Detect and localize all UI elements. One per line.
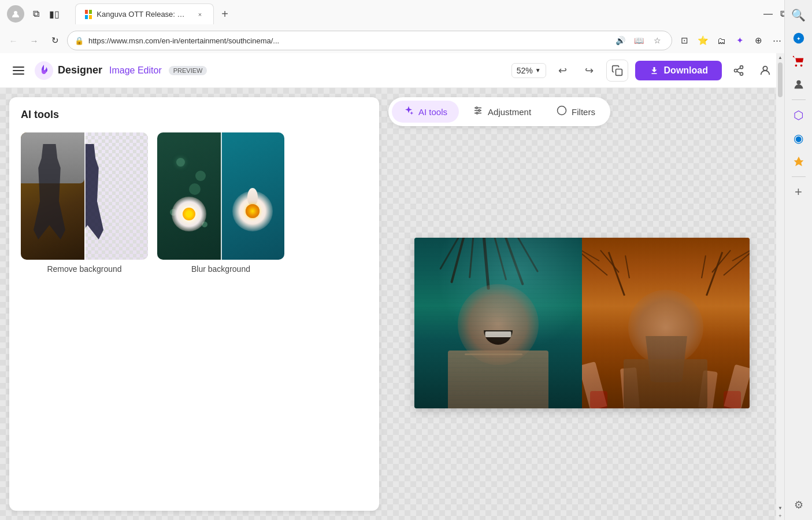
- download-button[interactable]: Download: [635, 61, 722, 80]
- active-tab[interactable]: Kanguva OTT Release: Where An... ×: [75, 3, 214, 24]
- remove-background-label: Remove background: [47, 264, 121, 274]
- svg-point-18: [558, 106, 566, 115]
- share-button[interactable]: [729, 61, 748, 80]
- profile-toolbar-icon[interactable]: ⊕: [750, 32, 767, 49]
- right-panel: AI tools Adjustment: [379, 88, 784, 520]
- filters-tab-icon: [557, 105, 567, 118]
- address-bar-icons: 🔊 📖 ☆: [613, 33, 665, 48]
- svg-point-8: [740, 72, 743, 75]
- tool-cards: Remove background: [21, 132, 368, 274]
- back-button[interactable]: ←: [5, 32, 22, 49]
- hamburger-line-2: [13, 70, 24, 71]
- browser-tab-bar: Kanguva OTT Release: Where An... × +: [71, 3, 238, 24]
- tab-ai-tools[interactable]: AI tools: [392, 101, 459, 123]
- copy-button[interactable]: [606, 60, 628, 82]
- tab-adjustment[interactable]: Adjustment: [461, 101, 543, 123]
- refresh-button[interactable]: ↻: [46, 32, 64, 49]
- image-editor-label: Image Editor: [109, 65, 162, 76]
- hamburger-line-1: [13, 67, 24, 68]
- sidebar-toggle-button[interactable]: ▮▯: [47, 7, 61, 21]
- browser-toolbar: ⊡ ⭐ 🗂 ✦ ⊕ ⋯: [676, 32, 785, 49]
- copilot-toolbar-icon[interactable]: ✦: [731, 32, 748, 49]
- sidebar-drop-icon[interactable]: [788, 151, 809, 172]
- sidebar-divider-1: [792, 99, 806, 100]
- adjustment-tab-icon: [473, 105, 483, 118]
- preview-badge: PREVIEW: [169, 66, 207, 75]
- hamburger-line-3: [13, 73, 24, 75]
- read-aloud-icon[interactable]: 🔊: [613, 33, 628, 48]
- address-bar-row: ← → ↻ 🔒 https://www.msn.com/en-in/entert…: [0, 28, 812, 53]
- svg-line-10: [737, 68, 740, 69]
- tabs-bar: AI tools Adjustment: [388, 97, 610, 126]
- ai-tools-tab-icon: [403, 105, 414, 118]
- scroll-thumb[interactable]: [778, 62, 783, 97]
- sidebar-search-icon[interactable]: 🔍: [788, 5, 809, 25]
- designer-header: Designer Image Editor PREVIEW 52% ▼ ↩ ↪: [0, 53, 784, 88]
- menu-button[interactable]: [9, 61, 28, 80]
- split-screen-icon[interactable]: ⊡: [676, 32, 693, 49]
- blur-background-label: Blur background: [191, 264, 250, 274]
- main-content: AI tools: [0, 88, 784, 520]
- sidebar-divider-2: [792, 176, 806, 177]
- tab-manager-button[interactable]: ⧉: [29, 7, 43, 21]
- redo-button[interactable]: ↪: [580, 61, 599, 80]
- sidebar-copilot-icon[interactable]: ✦: [788, 28, 809, 49]
- designer-brand-label: Designer: [58, 64, 102, 76]
- collections-icon[interactable]: 🗂: [713, 32, 730, 49]
- blur-background-card[interactable]: Blur background: [157, 132, 284, 274]
- profile-avatar[interactable]: [7, 5, 24, 23]
- user-profile-button[interactable]: [755, 61, 775, 80]
- sidebar-outlook-icon[interactable]: ◉: [788, 128, 809, 149]
- forward-button[interactable]: →: [25, 32, 43, 49]
- favorites-icon[interactable]: ☆: [650, 33, 665, 48]
- sidebar-settings-icon[interactable]: ⚙: [788, 495, 809, 515]
- sidebar-add-icon[interactable]: +: [788, 182, 809, 202]
- designer-logo: Designer: [35, 61, 102, 80]
- tab-title: Kanguva OTT Release: Where An...: [97, 10, 189, 19]
- panel-title: AI tools: [21, 109, 368, 121]
- download-icon: [649, 65, 659, 76]
- browser-scrollbar: ▲ ▼ +: [776, 53, 784, 520]
- immersive-reader-icon[interactable]: 📖: [631, 33, 646, 48]
- new-tab-button[interactable]: +: [216, 5, 233, 23]
- left-panel: AI tools: [9, 97, 379, 511]
- more-tools-icon[interactable]: ⋯: [768, 32, 785, 49]
- url-display: https://www.msn.com/en-in/entertainment/…: [88, 36, 608, 45]
- address-bar[interactable]: 🔒 https://www.msn.com/en-in/entertainmen…: [67, 31, 672, 50]
- svg-point-6: [740, 65, 743, 68]
- remove-background-card[interactable]: Remove background: [21, 132, 148, 274]
- svg-rect-5: [616, 69, 622, 75]
- movie-image-left: [414, 238, 582, 408]
- download-label: Download: [664, 65, 708, 76]
- title-bar: ⧉ ▮▯ Kanguva OTT Release: Where An... × …: [0, 0, 812, 28]
- movie-image-right: [582, 238, 750, 408]
- image-display: [414, 238, 750, 408]
- svg-line-9: [737, 71, 740, 73]
- tab-filters[interactable]: Filters: [545, 101, 607, 123]
- undo-button[interactable]: ↩: [553, 61, 573, 80]
- zoom-level: 52%: [517, 66, 533, 75]
- designer-logo-icon: [35, 61, 53, 80]
- tab-filters-label: Filters: [572, 107, 595, 117]
- zoom-control[interactable]: 52% ▼: [511, 63, 546, 78]
- security-lock-icon: 🔒: [75, 36, 84, 45]
- tab-adjustment-label: Adjustment: [488, 107, 531, 117]
- svg-text:✦: ✦: [796, 36, 801, 42]
- canvas-area: [388, 135, 775, 511]
- sidebar-extensions-icon[interactable]: ⬡: [788, 105, 809, 126]
- scroll-down-arrow[interactable]: ▼: [776, 504, 784, 512]
- sidebar-person-icon[interactable]: [788, 74, 809, 95]
- favorites-bar-icon[interactable]: ⭐: [694, 32, 711, 49]
- scroll-up-arrow[interactable]: ▲: [776, 53, 784, 61]
- svg-point-13: [476, 107, 477, 109]
- svg-point-3: [796, 80, 800, 84]
- svg-point-17: [476, 112, 478, 114]
- tab-close-button[interactable]: ×: [196, 9, 204, 20]
- svg-point-11: [763, 66, 767, 70]
- designer-app: Designer Image Editor PREVIEW 52% ▼ ↩ ↪: [0, 53, 784, 520]
- zoom-chevron-icon: ▼: [535, 67, 541, 73]
- minimize-button[interactable]: —: [761, 7, 775, 21]
- remove-background-preview: [21, 132, 148, 260]
- sidebar-shopping-icon[interactable]: [788, 51, 809, 72]
- svg-point-15: [479, 110, 480, 112]
